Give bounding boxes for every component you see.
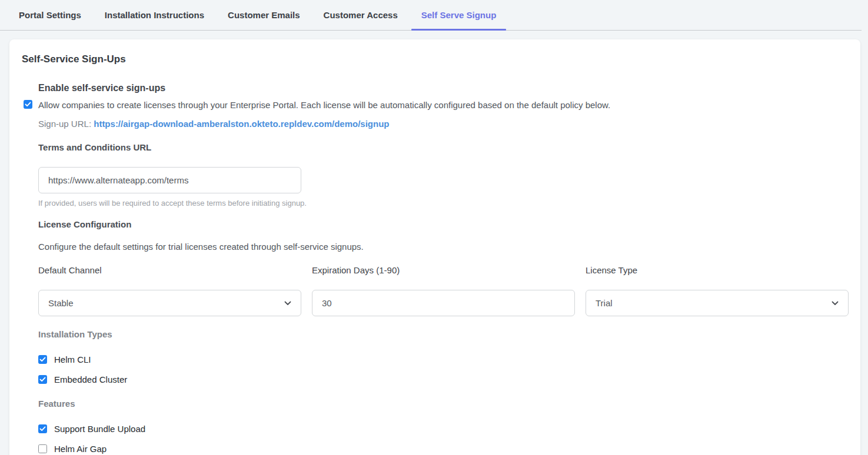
page-title: Self-Service Sign-Ups (22, 53, 848, 65)
tab-customer-access[interactable]: Customer Access (314, 0, 408, 30)
terms-url-label: Terms and Conditions URL (38, 142, 848, 152)
signup-url-link[interactable]: https://airgap-download-amberalston.okte… (94, 119, 389, 129)
support-bundle-upload-row: Support Bundle Upload (38, 424, 848, 434)
enable-signups-description: Allow companies to create licenses throu… (38, 100, 610, 110)
helm-air-gap-label: Helm Air Gap (54, 444, 107, 454)
tab-installation-instructions[interactable]: Installation Instructions (95, 0, 214, 30)
helm-cli-checkbox[interactable] (38, 355, 47, 364)
helm-cli-label: Helm CLI (54, 354, 91, 364)
enable-signups-checkbox[interactable] (24, 100, 32, 109)
check-icon (39, 426, 46, 431)
default-channel-label: Default Channel (38, 265, 301, 275)
features-heading: Features (38, 399, 848, 409)
license-configuration-heading: License Configuration (38, 219, 848, 229)
check-icon (25, 102, 31, 107)
default-channel-field: Default Channel Stable (38, 265, 301, 316)
license-type-label: License Type (586, 265, 849, 275)
tab-self-serve-signup[interactable]: Self Serve Signup (411, 0, 507, 30)
license-type-select[interactable]: Trial (586, 290, 849, 316)
tab-portal-settings[interactable]: Portal Settings (9, 0, 91, 30)
expiration-days-input[interactable] (312, 290, 575, 316)
license-type-value: Trial (596, 298, 613, 308)
chevron-down-icon (284, 301, 291, 306)
terms-url-input[interactable] (38, 167, 301, 193)
terms-helper-text: If provided, users will be required to a… (38, 199, 848, 208)
embedded-cluster-row: Embedded Cluster (38, 374, 848, 384)
license-type-field: License Type Trial (586, 265, 849, 316)
installation-types-heading: Installation Types (38, 329, 848, 339)
signup-url-line: Sign-up URL: https://airgap-download-amb… (38, 119, 848, 129)
expiration-days-field: Expiration Days (1-90) (312, 265, 575, 316)
check-icon (39, 357, 46, 362)
license-config-fields: Default Channel Stable Expiration Days (… (38, 265, 848, 316)
helm-air-gap-checkbox[interactable] (38, 444, 47, 453)
default-channel-value: Stable (48, 298, 74, 308)
support-bundle-upload-checkbox[interactable] (38, 424, 47, 433)
settings-tabbar: Portal Settings Installation Instruction… (0, 0, 862, 31)
support-bundle-upload-label: Support Bundle Upload (54, 424, 145, 434)
default-channel-select[interactable]: Stable (38, 290, 301, 316)
self-serve-signup-panel: Self-Service Sign-Ups Enable self-servic… (9, 39, 860, 455)
enable-signups-row: Allow companies to create licenses throu… (38, 99, 848, 111)
helm-air-gap-row: Helm Air Gap (38, 444, 848, 454)
chevron-down-icon (832, 301, 839, 306)
enable-signups-heading: Enable self-service sign-ups (38, 83, 848, 93)
license-configuration-description: Configure the default settings for trial… (38, 242, 848, 252)
expiration-days-label: Expiration Days (1-90) (312, 265, 575, 275)
signup-url-label: Sign-up URL: (38, 119, 91, 129)
check-icon (39, 377, 46, 382)
helm-cli-row: Helm CLI (38, 354, 848, 364)
embedded-cluster-label: Embedded Cluster (54, 374, 127, 384)
tab-customer-emails[interactable]: Customer Emails (218, 0, 310, 30)
embedded-cluster-checkbox[interactable] (38, 375, 47, 384)
